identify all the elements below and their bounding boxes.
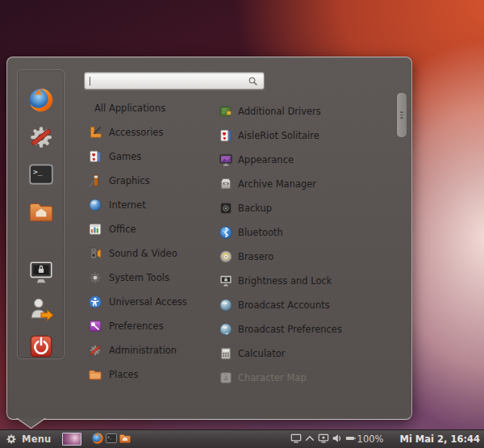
category-label: Universal Access <box>109 296 187 308</box>
brightness-and-lock-icon <box>219 274 233 288</box>
category-label: System Tools <box>109 272 169 283</box>
app-broadcast-accounts[interactable]: Broadcast Accounts <box>217 293 399 317</box>
chevron-up-icon <box>304 433 315 444</box>
app-label: Broadcast Preferences <box>238 324 342 335</box>
category-universal-access[interactable]: Universal Access <box>86 290 217 314</box>
launcher-terminal[interactable]: >_ <box>105 432 118 447</box>
internet-icon <box>88 198 102 212</box>
category-system-tools[interactable]: System Tools <box>86 266 217 290</box>
app-label: Calculator <box>238 348 285 359</box>
scrollbar-thumb[interactable] <box>396 92 407 138</box>
launcher-home-folder[interactable] <box>119 432 131 447</box>
additional-drivers-icon <box>219 104 233 119</box>
universal-access-icon <box>88 295 102 309</box>
category-label: Internet <box>109 199 146 211</box>
category-label: Office <box>109 224 136 235</box>
category-label: Places <box>109 369 139 380</box>
favorite-logout[interactable] <box>27 295 56 323</box>
accessories-icon <box>88 125 102 140</box>
app-additional-drivers[interactable]: Additional Drivers <box>217 99 399 124</box>
clock[interactable]: Mi Mai 2, 16:44 <box>399 433 480 445</box>
category-label: Graphics <box>109 175 150 186</box>
tray-remote-display[interactable] <box>318 433 329 446</box>
games-icon <box>88 149 102 164</box>
favorite-terminal[interactable]: >_ <box>27 161 56 188</box>
battery-icon <box>345 433 357 444</box>
app-character-map: àCharacter Map <box>217 366 399 390</box>
firefox-icon <box>27 86 55 114</box>
category-sound-video[interactable]: Sound & Video <box>86 241 217 266</box>
window-thumbnail[interactable] <box>62 433 81 446</box>
favorite-system-settings[interactable] <box>27 124 56 151</box>
favorite-home-folder[interactable] <box>27 198 56 225</box>
app-calculator[interactable]: Calculator <box>217 341 399 366</box>
category-preferences[interactable]: Preferences <box>86 314 217 338</box>
office-icon <box>88 222 102 237</box>
app-label: Appearance <box>238 154 294 165</box>
category-places[interactable]: Places <box>86 362 217 387</box>
tray-display[interactable] <box>290 433 302 446</box>
favorite-firefox[interactable] <box>27 86 56 114</box>
bluetooth-icon <box>219 225 233 240</box>
app-label: Character Map <box>238 372 307 383</box>
app-broadcast-preferences[interactable]: Broadcast Preferences <box>217 317 399 341</box>
search-input[interactable] <box>95 74 248 87</box>
system-tray <box>290 433 357 446</box>
category-label: All Applications <box>94 103 165 114</box>
category-label: Administration <box>109 345 177 356</box>
category-all-applications[interactable]: All Applications <box>86 96 217 120</box>
calculator-icon <box>219 346 233 361</box>
app-label: Brightness and Lock <box>238 275 332 287</box>
favorite-lock-screen[interactable] <box>27 258 56 286</box>
menu-button[interactable]: Menu <box>0 430 54 448</box>
app-archive-manager[interactable]: Archive Manager <box>217 172 399 196</box>
home-folder-icon <box>27 198 55 225</box>
brasero-icon <box>219 249 233 264</box>
favorite-shutdown[interactable] <box>27 333 56 360</box>
shutdown-icon <box>27 333 55 360</box>
system-settings-icon <box>27 124 55 151</box>
gear-icon <box>6 433 17 445</box>
svg-text:>_: >_ <box>32 167 42 176</box>
app-aisleriot-solitaire[interactable]: AisleRiot Solitaire <box>217 124 399 148</box>
search-box <box>84 72 265 90</box>
app-label: Archive Manager <box>238 178 316 190</box>
app-label: Broadcast Accounts <box>238 299 330 311</box>
category-internet[interactable]: Internet <box>86 193 217 217</box>
application-menu-popup: >_ All ApplicationsAccessoriesGamesGraph… <box>6 57 412 420</box>
category-graphics[interactable]: Graphics <box>86 169 217 193</box>
tray-volume[interactable] <box>332 433 343 446</box>
category-office[interactable]: Office <box>86 217 217 241</box>
search-icon <box>248 76 258 86</box>
category-list: All ApplicationsAccessoriesGamesGraphics… <box>86 96 217 387</box>
text-caret <box>90 77 90 86</box>
terminal-icon: >_ <box>27 161 55 188</box>
svg-text:à: à <box>223 374 227 382</box>
category-administration[interactable]: Administration <box>86 338 217 362</box>
administration-icon <box>88 343 102 358</box>
system-tools-icon <box>88 270 102 285</box>
appearance-icon <box>219 153 233 167</box>
archive-manager-icon <box>219 177 233 191</box>
home-folder-icon <box>119 432 131 445</box>
category-label: Accessories <box>109 127 163 138</box>
places-icon <box>88 367 102 382</box>
preferences-icon <box>88 319 102 333</box>
category-label: Preferences <box>109 320 164 332</box>
backup-icon <box>219 201 233 216</box>
launcher-firefox[interactable] <box>91 432 104 447</box>
app-brasero[interactable]: Brasero <box>217 245 399 269</box>
tray-battery[interactable] <box>345 433 357 446</box>
bottom-panel: Menu >_ 100% Mi Mai 2, 16:44 <box>0 429 484 448</box>
menu-pointer-arrow <box>16 418 46 429</box>
app-appearance[interactable]: Appearance <box>217 148 399 172</box>
lock-screen-icon <box>27 258 55 286</box>
app-label: Brasero <box>238 251 273 262</box>
app-backup[interactable]: Backup <box>217 196 399 220</box>
battery-percentage: 100% <box>357 433 384 445</box>
tray-chevron-up[interactable] <box>304 433 315 446</box>
category-accessories[interactable]: Accessories <box>86 120 217 144</box>
category-games[interactable]: Games <box>86 144 217 169</box>
app-brightness-and-lock[interactable]: Brightness and Lock <box>217 269 399 293</box>
app-bluetooth[interactable]: Bluetooth <box>217 220 399 245</box>
